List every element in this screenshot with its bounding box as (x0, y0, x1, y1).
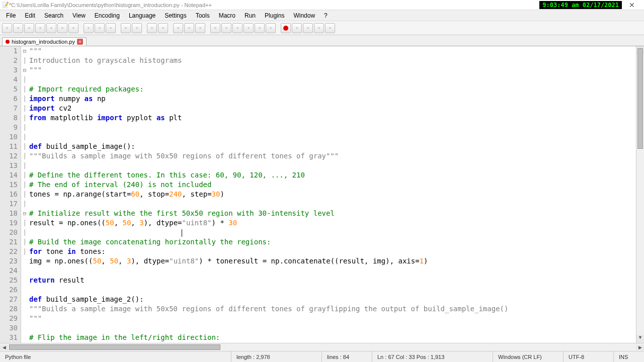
scroll-right-arrow[interactable]: ▶ (636, 345, 644, 350)
code-line[interactable]: """Builds a sample image with 50x50 regi… (29, 304, 636, 314)
close-button[interactable]: ▫ (46, 23, 56, 33)
code-line[interactable]: for tone in tones: (29, 247, 636, 256)
indent-button[interactable]: ▫ (232, 23, 243, 33)
scroll-left-arrow[interactable]: ◀ (0, 345, 8, 350)
save-button[interactable]: ▫ (24, 23, 34, 33)
code-line[interactable]: # Initialize result withe the first 50x5… (29, 209, 636, 218)
code-area[interactable]: """Introduction to grayscale histograms"… (28, 46, 636, 343)
print-button[interactable]: ▫ (68, 23, 78, 33)
code-line[interactable]: import cv2 (29, 104, 636, 113)
save-all-button[interactable]: ▫ (35, 23, 45, 33)
menu-language[interactable]: Language (125, 11, 159, 20)
code-line[interactable]: # Flip the image in the left/right direc… (29, 333, 636, 342)
code-line[interactable] (29, 285, 636, 295)
menu-window[interactable]: Window (289, 11, 319, 20)
code-line[interactable]: """ (29, 46, 636, 56)
horizontal-scrollbar-track[interactable] (8, 343, 636, 351)
fold-marker[interactable]: │ (21, 56, 28, 65)
fold-marker[interactable]: │ (21, 151, 28, 161)
fold-marker[interactable]: ⊟ (21, 46, 28, 56)
redo-button[interactable]: ▫ (132, 23, 142, 33)
code-line[interactable]: def build_sample_image_2(): (29, 295, 636, 304)
menu-plugins[interactable]: Plugins (261, 11, 288, 20)
code-line[interactable]: def build_sample_image(): (29, 142, 636, 151)
menu-macro[interactable]: Macro (215, 11, 239, 20)
fold-marker[interactable]: │ (21, 190, 28, 199)
fold-marker[interactable]: ⊟ (21, 209, 28, 218)
fold-marker[interactable]: │ (21, 75, 28, 84)
code-line[interactable]: # Define the different tones. In this ca… (29, 170, 636, 180)
menu-tools[interactable]: Tools (192, 11, 214, 20)
menu-view[interactable]: View (68, 11, 90, 20)
replace-button[interactable]: ▫ (158, 23, 168, 33)
vertical-scrollbar[interactable]: ▲ ▼ (636, 46, 644, 343)
zoom-in-button[interactable]: ▫ (173, 23, 183, 33)
find-button[interactable]: ▫ (147, 23, 157, 33)
fold-marker[interactable]: │ (21, 247, 28, 256)
code-line[interactable] (29, 123, 636, 132)
window-close-button[interactable]: ✕ (622, 1, 642, 9)
code-line[interactable]: import numpy as np (29, 94, 636, 104)
fold-marker[interactable]: │ (21, 161, 28, 170)
lang-button[interactable]: ▫ (244, 23, 254, 33)
sync-button[interactable]: ▫ (195, 23, 205, 33)
fold-marker[interactable]: │ (21, 228, 28, 237)
menu-search[interactable]: Search (40, 11, 67, 20)
play-multi-button[interactable]: ▫ (314, 23, 324, 33)
fold-marker[interactable]: │ (21, 180, 28, 190)
code-line[interactable] (29, 323, 636, 333)
code-line[interactable] (29, 228, 636, 237)
tab-close-button[interactable]: × (77, 39, 83, 45)
menu-run[interactable]: Run (240, 11, 260, 20)
fold-marker[interactable]: │ (21, 132, 28, 142)
undo-button[interactable]: ▫ (121, 23, 131, 33)
fold-marker[interactable]: │ (21, 170, 28, 180)
folder-button[interactable]: ▫ (255, 23, 265, 33)
horizontal-scrollbar-thumb[interactable] (9, 344, 220, 350)
code-line[interactable]: # The end of interval (240) is not inclu… (29, 180, 636, 190)
code-line[interactable]: """ (29, 314, 636, 323)
code-line[interactable]: """ (29, 65, 636, 75)
rec-button[interactable] (281, 23, 291, 33)
fold-column[interactable]: ⊟│ ⊟││││││││││││││ ⊟││││ (21, 46, 28, 343)
zoom-out-button[interactable]: ▫ (184, 23, 194, 33)
code-line[interactable]: from matplotlib import pyplot as plt (29, 113, 636, 123)
code-line[interactable]: img = np.ones((50, 50, 3), dtype="uint8"… (29, 256, 636, 266)
all-chars-button[interactable]: ▫ (221, 23, 231, 33)
fold-marker[interactable]: │ (21, 123, 28, 132)
wrap-button[interactable]: ▫ (210, 23, 220, 33)
code-line[interactable] (29, 75, 636, 84)
fold-marker[interactable]: │ (21, 94, 28, 104)
code-line[interactable]: # Build the image concatenating horizont… (29, 237, 636, 247)
scroll-down-arrow[interactable]: ▼ (636, 335, 644, 343)
menu-edit[interactable]: Edit (21, 11, 39, 20)
code-line[interactable] (29, 199, 636, 209)
paste-button[interactable]: ▫ (106, 23, 116, 33)
code-line[interactable]: Introduction to grayscale histograms (29, 56, 636, 65)
cut-button[interactable]: ▫ (84, 23, 94, 33)
new-button[interactable]: ▫ (2, 23, 12, 33)
code-line[interactable] (29, 132, 636, 142)
code-line[interactable]: """Builds a sample image with 50x50 regi… (29, 151, 636, 161)
fold-marker[interactable]: │ (21, 84, 28, 94)
stop-button[interactable]: ▫ (292, 23, 302, 33)
fold-marker[interactable]: │ (21, 104, 28, 113)
code-line[interactable] (29, 161, 636, 170)
menu-help[interactable]: ? (320, 11, 332, 20)
code-line[interactable]: # Import required packages: (29, 84, 636, 94)
fold-marker[interactable]: ⊟ (21, 65, 28, 75)
vertical-scrollbar-thumb[interactable] (637, 48, 643, 149)
menu-file[interactable]: File (2, 11, 20, 20)
menu-encoding[interactable]: Encoding (91, 11, 124, 20)
file-tab[interactable]: histogram_introduction.py × (2, 37, 87, 46)
save-macro-button[interactable]: ▫ (325, 23, 335, 33)
fold-marker[interactable]: │ (21, 142, 28, 151)
monitor-button[interactable]: ▫ (266, 23, 276, 33)
play-button[interactable]: ▫ (303, 23, 313, 33)
horizontal-scrollbar[interactable]: ◀ ▶ (0, 343, 644, 351)
fold-marker[interactable]: │ (21, 113, 28, 123)
code-line[interactable]: tones = np.arange(start=60, stop=240, st… (29, 190, 636, 199)
code-line[interactable] (29, 266, 636, 276)
fold-marker[interactable]: │ (21, 218, 28, 228)
fold-marker[interactable]: │ (21, 199, 28, 209)
